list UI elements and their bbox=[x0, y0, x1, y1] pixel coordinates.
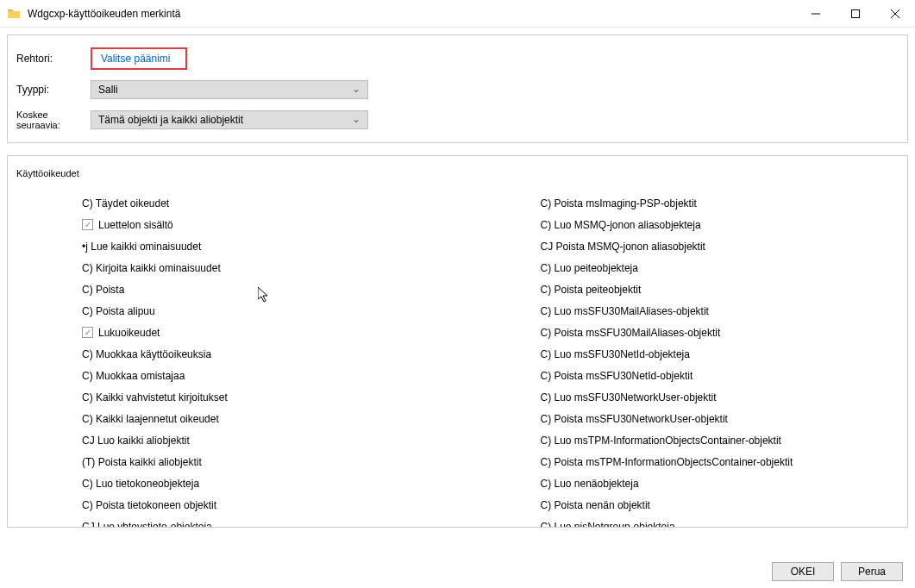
permission-label: C) Luo MSMQ-jonon aliasobjekteja bbox=[541, 219, 701, 231]
permission-item[interactable]: C) Luo msTPM-InformationObjectsContainer… bbox=[541, 429, 899, 451]
permission-label: CJ Poista MSMQ-jonon aliasobjektit bbox=[541, 241, 705, 253]
permission-item[interactable]: (T) Poista kaikki aliobjektit bbox=[82, 451, 441, 472]
permission-label: C) Poista bbox=[82, 284, 124, 296]
cancel-button[interactable]: Perua bbox=[841, 562, 903, 581]
ok-button[interactable]: OKEI bbox=[772, 562, 834, 581]
permission-item[interactable]: C) Luo msSFU30NetId-objekteja bbox=[541, 343, 899, 365]
window-controls bbox=[796, 0, 915, 27]
permission-label: C) Luo nisNetgroup-objekteja bbox=[541, 521, 675, 529]
applies-value: Tämä objekti ja kaikki aliobjektit bbox=[98, 114, 243, 126]
permission-label: C) Poista msSFU30NetId-objektit bbox=[541, 370, 693, 382]
permission-item[interactable]: C) Poista msSFU30NetId-objektit bbox=[541, 365, 899, 386]
permission-label: (T) Poista kaikki aliobjektit bbox=[82, 456, 202, 468]
permission-label: C) Luo msTPM-InformationObjectsContainer… bbox=[541, 435, 781, 447]
permission-item[interactable]: C) Luo nenäobjekteja bbox=[541, 472, 899, 494]
permission-item[interactable]: C) Luo peiteobjekteja bbox=[541, 257, 899, 278]
permission-label: C) Luo tietokoneobjekteja bbox=[82, 478, 199, 490]
permission-label: C) Poista tietokoneen objektit bbox=[82, 499, 216, 511]
applies-dropdown[interactable]: Tämä objekti ja kaikki aliobjektit bbox=[91, 110, 368, 129]
permission-item[interactable]: C) Luo tietokoneobjekteja bbox=[82, 472, 441, 494]
permission-label: CJ Luo kaikki aliobjektit bbox=[82, 435, 190, 447]
permission-label: C) Luo msSFU30NetworkUser-objektit bbox=[541, 391, 717, 403]
permission-item[interactable]: C) Poista msImaging-PSP-objektit bbox=[541, 192, 899, 214]
titlebar: Wdgcxp-käyttöoikeuden merkintä bbox=[0, 0, 915, 28]
permission-label: •j Lue kaikki ominaisuudet bbox=[82, 241, 201, 253]
permission-checkbox[interactable] bbox=[82, 327, 93, 338]
permission-item[interactable]: C) Poista msTPM-InformationObjectsContai… bbox=[541, 451, 899, 472]
permission-item[interactable]: •j Lue kaikki ominaisuudet bbox=[82, 235, 441, 257]
permission-item[interactable]: C) Poista msSFU30NetworkUser-objektit bbox=[541, 408, 899, 429]
close-button[interactable] bbox=[875, 0, 915, 28]
permission-label: C) Luo msSFU30MailAliases-objektit bbox=[541, 305, 709, 317]
type-label: Tyyppi: bbox=[16, 84, 91, 96]
permission-label: C) Luo nenäobjekteja bbox=[541, 478, 639, 490]
permission-label: Luettelon sisältö bbox=[98, 219, 173, 231]
permission-item[interactable]: C) Kaikki laajennetut oikeudet bbox=[82, 408, 441, 429]
permissions-panel: Käyttöoikeudet C) Täydet oikeudetLuettel… bbox=[7, 155, 908, 528]
permission-label: C) Muokkaa käyttöoikeuksia bbox=[82, 348, 211, 360]
permission-label: C) Luo msSFU30NetId-objekteja bbox=[541, 348, 690, 360]
type-value: Salli bbox=[98, 84, 118, 96]
permission-label: C) Kaikki vahvistetut kirjoitukset bbox=[82, 391, 228, 403]
principal-label: Rehtori: bbox=[16, 53, 91, 65]
permission-label: Lukuoikeudet bbox=[98, 327, 160, 339]
svg-rect-1 bbox=[852, 10, 860, 18]
permission-item[interactable]: C) Poista tietokoneen objektit bbox=[82, 494, 441, 516]
permission-item[interactable]: C) Luo nisNetgroup-objekteja bbox=[541, 516, 899, 528]
permission-label: C) Kaikki laajennetut oikeudet bbox=[82, 413, 219, 425]
permission-item[interactable]: C) Luo msSFU30NetworkUser-objektit bbox=[541, 386, 899, 408]
applies-label: Koskee seuraavia: bbox=[16, 109, 91, 130]
permission-label: C) Poista msImaging-PSP-objektit bbox=[541, 197, 697, 210]
permission-item[interactable]: C) Kaikki vahvistetut kirjoitukset bbox=[82, 386, 441, 408]
permission-item[interactable]: C) Poista alipuu bbox=[82, 300, 441, 322]
permissions-left-column: C) Täydet oikeudetLuettelon sisältö•j Lu… bbox=[16, 192, 441, 528]
permission-label: C) Täydet oikeudet bbox=[82, 197, 169, 210]
permission-item[interactable]: C) Poista peiteobjektit bbox=[541, 278, 899, 300]
permissions-title: Käyttöoikeudet bbox=[16, 168, 899, 178]
select-principal-link[interactable]: Valitse päänimi bbox=[91, 47, 187, 70]
permission-item[interactable]: C) Poista msSFU30MailAliases-objektit bbox=[541, 322, 899, 343]
permission-item[interactable]: C) Muokkaa käyttöoikeuksia bbox=[82, 343, 441, 365]
permission-item[interactable]: Luettelon sisältö bbox=[82, 214, 441, 235]
maximize-button[interactable] bbox=[836, 0, 875, 28]
permission-item[interactable]: C) Luo MSMQ-jonon aliasobjekteja bbox=[541, 214, 899, 235]
permission-item[interactable]: C) Kirjoita kaikki ominaisuudet bbox=[82, 257, 441, 278]
permission-item[interactable]: C) Poista bbox=[82, 278, 441, 300]
folder-icon bbox=[7, 7, 21, 21]
permission-label: C) Kirjoita kaikki ominaisuudet bbox=[82, 262, 221, 274]
permission-label: CJ Luo yhteystieto-objekteja bbox=[82, 521, 212, 529]
header-panel: Rehtori: Valitse päänimi Tyyppi: Salli K… bbox=[7, 34, 908, 143]
minimize-button[interactable] bbox=[796, 0, 836, 28]
permission-label: C) Poista alipuu bbox=[82, 305, 155, 317]
permission-item[interactable]: C) Luo msSFU30MailAliases-objektit bbox=[541, 300, 899, 322]
permission-item[interactable]: CJ Poista MSMQ-jonon aliasobjektit bbox=[541, 235, 899, 257]
permission-label: C) Poista msSFU30MailAliases-objektit bbox=[541, 327, 721, 339]
window-title: Wdgcxp-käyttöoikeuden merkintä bbox=[28, 8, 796, 20]
permission-item[interactable]: CJ Luo yhteystieto-objekteja bbox=[82, 516, 441, 528]
permission-label: C) Poista msSFU30NetworkUser-objektit bbox=[541, 413, 728, 425]
permission-label: C) Poista msTPM-InformationObjectsContai… bbox=[541, 456, 793, 468]
type-dropdown[interactable]: Salli bbox=[91, 80, 368, 99]
permission-checkbox[interactable] bbox=[82, 219, 93, 230]
permission-item[interactable]: C) Muokkaa omistajaa bbox=[82, 365, 441, 386]
dialog-footer: OKEI Perua bbox=[772, 562, 903, 581]
permission-label: C) Luo peiteobjekteja bbox=[541, 262, 638, 274]
permission-item[interactable]: C) Poista nenän objektit bbox=[541, 494, 899, 516]
permission-label: C) Poista nenän objektit bbox=[541, 499, 650, 511]
permission-item[interactable]: CJ Luo kaikki aliobjektit bbox=[82, 429, 441, 451]
permission-item[interactable]: C) Täydet oikeudet bbox=[82, 192, 441, 214]
permission-label: C) Muokkaa omistajaa bbox=[82, 370, 185, 382]
permission-item[interactable]: Lukuoikeudet bbox=[82, 322, 441, 343]
permissions-right-column: C) Poista msImaging-PSP-objektitC) Luo M… bbox=[475, 192, 899, 528]
permission-label: C) Poista peiteobjektit bbox=[541, 284, 642, 296]
